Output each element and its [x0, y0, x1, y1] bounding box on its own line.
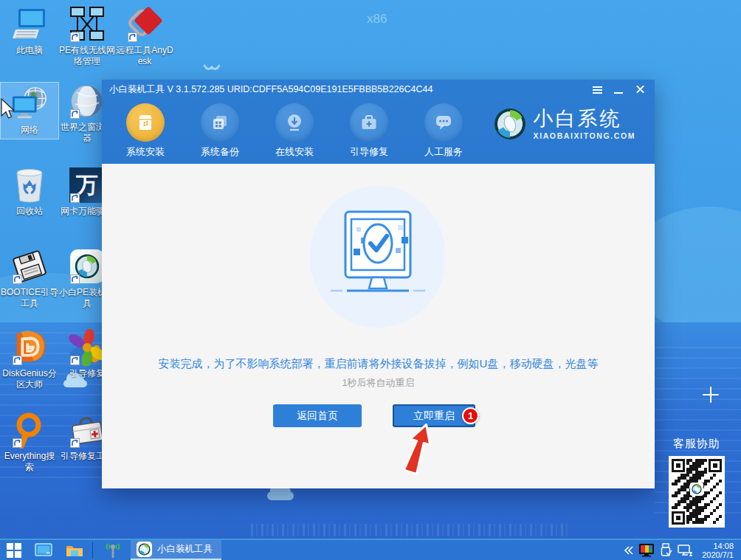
tab-system-backup[interactable]: 系统备份: [196, 99, 244, 164]
desktop-icon-label: 网络: [21, 125, 38, 136]
wireless-tool-button[interactable]: [95, 540, 131, 560]
back-home-button[interactable]: 返回首页: [273, 404, 362, 427]
desktop-icon-diskgenius[interactable]: DiskGenius分区大师: [1, 329, 58, 390]
install-complete-message: 安装完成，为了不影响系统部署，重启前请将外接设备拔掉，例如U盘，移动硬盘，光盘等: [102, 357, 655, 371]
usb-device-icon[interactable]: [659, 543, 672, 558]
desktop-icon-bootice[interactable]: BOOTICE引导工具: [1, 248, 58, 309]
customer-help-panel: 客服协助: [664, 437, 729, 528]
chat-bubble-icon: [434, 113, 453, 132]
install-box-icon: [136, 113, 155, 132]
start-button[interactable]: [0, 540, 28, 560]
desktop-icon-label: 引导修复: [69, 368, 105, 379]
qr-code: [669, 456, 725, 528]
download-icon: [285, 113, 304, 132]
xiaobai-installer-window: 小白装机工具 V 3.1.572.285 URID:CDFF5A594C09E1…: [102, 80, 655, 488]
network-icon: [11, 86, 48, 122]
display-settings-icon[interactable]: [638, 544, 655, 557]
app-icon: [137, 542, 152, 557]
qr-finder-icon: [672, 459, 685, 472]
shortcut-arrow-icon: [70, 193, 80, 203]
qr-center-logo-icon: [690, 483, 703, 496]
tab-label: 在线安装: [275, 145, 314, 159]
step-badge: 1: [462, 407, 479, 424]
shortcut-arrow-icon: [13, 356, 22, 365]
shortcut-arrow-icon: [70, 438, 80, 448]
taskbar-app-xiaobai[interactable]: 小白装机工具: [131, 540, 221, 560]
taskbar-separator: [92, 542, 93, 559]
brand-site: XIAOBAIXITONG.COM: [534, 131, 635, 140]
network-status-icon[interactable]: [677, 544, 693, 557]
tab-boot-repair[interactable]: 引导修复: [345, 99, 393, 164]
tab-label: 引导修复: [350, 145, 388, 159]
close-icon[interactable]: [635, 85, 646, 94]
tab-human-service[interactable]: 人工服务: [419, 99, 468, 164]
taskbar-app-label: 小白装机工具: [157, 543, 213, 556]
shortcut-arrow-icon: [13, 438, 22, 448]
desktop-icon-network[interactable]: 网络: [1, 83, 58, 139]
brand-name: 小白系统: [534, 108, 635, 130]
desktop-icon-label: DiskGenius分区大师: [1, 368, 58, 390]
desktop-icon-pe-network-manager[interactable]: PE有线无线网络管理: [58, 6, 116, 67]
qr-finder-icon: [672, 511, 685, 525]
desktop-icon-label: 回收站: [16, 206, 43, 217]
city-skyline: [251, 524, 568, 536]
window-tabbar: 系统安装 系统备份 在线安装 引导修复 人工服务 小白系统 XIAOBAIXIT…: [102, 99, 655, 164]
clock-date: 2020/7/1: [702, 550, 734, 559]
desktop-icon-label: 此电脑: [16, 45, 43, 56]
desktop-icon-recycle-bin[interactable]: 回收站: [1, 167, 58, 217]
minimize-icon[interactable]: [613, 85, 624, 94]
desktop-icon-everything[interactable]: Everything搜索: [1, 412, 58, 473]
small-cloud: [63, 380, 87, 387]
shortcut-arrow-icon: [128, 32, 137, 42]
xiaobai-logo-icon: [494, 108, 526, 140]
tab-online-install[interactable]: 在线安装: [270, 99, 319, 164]
file-explorer-button[interactable]: [59, 540, 90, 560]
menu-icon[interactable]: [592, 85, 603, 94]
tab-label: 系统备份: [201, 145, 239, 159]
desktop-monitor-icon: [35, 543, 52, 558]
this-pc-icon: [11, 6, 48, 43]
wireless-antenna-icon: [102, 542, 124, 559]
window-titlebar: 小白装机工具 V 3.1.572.285 URID:CDFF5A594C09E1…: [102, 80, 655, 99]
tab-label: 人工服务: [424, 145, 463, 159]
shortcut-arrow-icon: [13, 274, 22, 284]
desktop-icon-anydesk[interactable]: 远程工具AnyDesk: [116, 6, 173, 67]
desktop-icon-label: PE有线无线网络管理: [58, 45, 116, 67]
shortcut-arrow-icon: [70, 274, 80, 284]
shortcut-arrow-icon: [70, 32, 80, 42]
sparkle: [703, 387, 719, 403]
restart-countdown: 1秒后将自动重启: [102, 376, 655, 390]
qr-finder-icon: [709, 459, 722, 472]
brand-logo: 小白系统 XIAOBAIXITONG.COM: [494, 108, 635, 140]
repair-kit-icon: [359, 113, 379, 132]
small-cloud: [267, 491, 294, 500]
windows-logo-icon: [7, 543, 21, 558]
help-title: 客服协助: [664, 437, 729, 451]
backup-icon: [210, 113, 230, 132]
desktop-icon-this-pc[interactable]: 此电脑: [1, 6, 58, 56]
tray-expand-icon[interactable]: [624, 546, 634, 555]
folder-icon: [66, 543, 83, 558]
window-content: 安装完成，为了不影响系统部署，重启前请将外接设备拔掉，例如U盘，移动硬盘，光盘等…: [102, 164, 655, 488]
tab-system-install[interactable]: 系统安装: [121, 99, 170, 164]
pe-watermark: x86: [367, 12, 387, 27]
system-tray: 14:08 2020/7/1: [624, 542, 741, 559]
desktop-icon-label: 远程工具AnyDesk: [116, 45, 173, 67]
taskbar: 小白装机工具 14:08 2020/7/1: [0, 539, 741, 560]
desktop-icon-label: Everything搜索: [1, 451, 58, 473]
shortcut-arrow-icon: [70, 109, 80, 119]
desktop-icon-label: BOOTICE引导工具: [1, 287, 58, 309]
recycle-bin-icon: [13, 167, 46, 204]
window-title: 小白装机工具 V 3.1.572.285 URID:CDFF5A594C09E1…: [109, 83, 592, 96]
shortcut-arrow-icon: [70, 356, 80, 365]
show-desktop-button[interactable]: [28, 540, 59, 560]
tab-label: 系统安装: [126, 145, 165, 159]
bird-icon: [204, 64, 220, 73]
clock-time: 14:08: [702, 542, 734, 550]
taskbar-clock[interactable]: 14:08 2020/7/1: [697, 542, 738, 559]
install-complete-illustration: [304, 184, 452, 332]
